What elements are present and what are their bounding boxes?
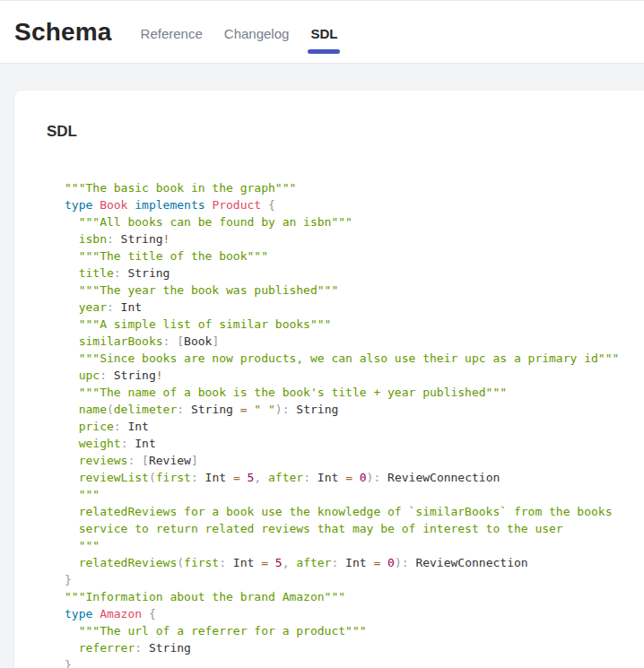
sdl-code: """The basic book in the graph""" type B…	[65, 181, 619, 668]
sdl-panel: SDL """The basic book in the graph""" ty…	[14, 91, 644, 668]
page-header: Schema Reference Changelog SDL	[0, 1, 644, 64]
tab-sdl[interactable]: SDL	[310, 26, 337, 41]
panel-heading: SDL	[47, 121, 644, 143]
tab-reference[interactable]: Reference	[141, 26, 203, 41]
page-title: Schema	[14, 18, 112, 47]
tab-bar: Reference Changelog SDL	[141, 26, 338, 41]
sdl-code-block: """The basic book in the graph""" type B…	[65, 179, 644, 668]
tab-changelog[interactable]: Changelog	[224, 26, 290, 41]
main-content: SDL """The basic book in the graph""" ty…	[0, 64, 644, 668]
